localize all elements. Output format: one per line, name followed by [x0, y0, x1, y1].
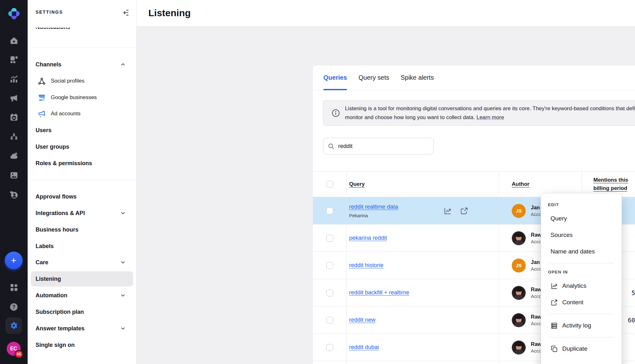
row-checkbox[interactable]: [326, 207, 333, 214]
app-rail: 30 + ? EC 65: [0, 0, 28, 364]
author-avatar: [512, 286, 526, 300]
menu-item-query[interactable]: Query: [541, 210, 622, 227]
sidebar-item-automation[interactable]: Automation: [31, 288, 133, 303]
author-avatar: JS: [512, 204, 526, 218]
column-header-author[interactable]: Author: [512, 181, 530, 187]
care-icon[interactable]: [0, 191, 28, 199]
home-icon[interactable]: [0, 37, 28, 45]
menu-item-analytics[interactable]: Analytics: [541, 278, 622, 294]
analytics-icon[interactable]: [0, 75, 28, 83]
publish-cloud-plus-icon[interactable]: [0, 152, 28, 160]
notification-count-badge: 65: [15, 350, 23, 358]
assets-image-icon[interactable]: [0, 171, 28, 179]
tabs-bar: Queries Query sets Spike alerts: [313, 65, 635, 90]
chevron-down-icon: [120, 259, 126, 266]
search-input[interactable]: [338, 143, 429, 150]
author-avatar: JS: [512, 259, 526, 273]
query-link[interactable]: pekarina reddit: [349, 235, 387, 241]
mentions-count: 6000: [628, 317, 635, 324]
open-in-analytics-icon[interactable]: [443, 207, 452, 215]
row-checkbox[interactable]: [326, 235, 333, 242]
sidebar-item-notifications-clipped[interactable]: Notifications: [36, 28, 125, 32]
divider: [549, 337, 614, 337]
open-content-icon: [551, 299, 558, 306]
chevron-up-icon: [120, 61, 126, 68]
megaphone-outline-icon: [37, 110, 46, 118]
divider: [30, 48, 136, 48]
divider: [549, 314, 614, 314]
page-header: Listening: [137, 0, 635, 27]
select-all-checkbox[interactable]: [326, 181, 333, 188]
query-subtitle: Pekarina: [349, 213, 398, 218]
chevron-down-icon: [120, 325, 126, 332]
campaigns-megaphone-icon[interactable]: [0, 94, 28, 102]
row-checkbox[interactable]: [326, 262, 333, 269]
community-users-icon[interactable]: [0, 132, 28, 141]
author-avatar: [512, 231, 526, 245]
menu-item-activity-log[interactable]: Activity log: [541, 317, 622, 334]
menu-item-name-and-dates[interactable]: Name and dates: [541, 243, 622, 260]
sidebar-item-integrations-api[interactable]: Integrations & API: [31, 206, 133, 221]
help-icon[interactable]: ?: [0, 303, 28, 311]
chevron-down-icon: [120, 210, 126, 216]
create-new-button[interactable]: +: [5, 252, 23, 269]
tab-spike-alerts[interactable]: Spike alerts: [401, 65, 434, 90]
info-banner: Listening is a tool for monitoring digit…: [323, 100, 635, 126]
svg-text:30: 30: [12, 117, 15, 119]
sidebar-item-ad-accounts[interactable]: Ad accounts: [31, 106, 133, 121]
row-checkbox[interactable]: [326, 344, 333, 351]
menu-item-sources[interactable]: Sources: [541, 227, 622, 243]
svg-text:?: ?: [12, 304, 16, 310]
sidebar-item-answer-templates[interactable]: Answer templates: [31, 321, 133, 336]
apps-grid-icon[interactable]: [0, 283, 28, 292]
duplicate-copy-icon: [551, 345, 558, 353]
sidebar-item-users[interactable]: Users: [31, 123, 133, 138]
menu-item-duplicate[interactable]: Duplicate: [541, 340, 622, 357]
search-icon: [328, 143, 334, 150]
sidebar-item-single-sign-on[interactable]: Single sign on: [31, 337, 133, 353]
row-checkbox[interactable]: [326, 289, 333, 296]
search-box: [323, 138, 434, 154]
emplifi-logo-icon[interactable]: [0, 7, 28, 20]
tab-query-sets[interactable]: Query sets: [358, 65, 389, 90]
column-header-query[interactable]: Query: [349, 181, 365, 187]
mentions-count: 501: [632, 289, 635, 296]
sidebar-item-listening[interactable]: Listening: [31, 271, 133, 286]
row-actions-context-menu: EDIT Query Sources Name and dates OPEN I…: [541, 193, 622, 364]
learn-more-link[interactable]: Learn more: [476, 114, 504, 120]
menu-section-edit: EDIT: [541, 199, 622, 210]
sidebar-item-google-businesses[interactable]: G Google businesses: [31, 90, 133, 105]
menu-item-content[interactable]: Content: [541, 294, 622, 311]
tab-queries[interactable]: Queries: [323, 65, 347, 90]
sidebar-item-approval-flows[interactable]: Approval flows: [31, 189, 133, 204]
sidebar-item-business-hours[interactable]: Business hours: [31, 222, 133, 237]
dashboard-icon[interactable]: [0, 56, 28, 64]
info-icon: [332, 109, 340, 117]
settings-gear-icon[interactable]: [5, 317, 22, 334]
sidebar-item-care[interactable]: Care: [31, 255, 133, 270]
query-link[interactable]: reddit backfill + realtime: [349, 289, 409, 296]
chevron-down-icon: [120, 292, 126, 299]
sidebar-item-social-profiles[interactable]: Social profiles: [31, 73, 133, 89]
analytics-chart-icon: [551, 282, 558, 290]
sidebar-item-user-groups[interactable]: User groups: [31, 139, 133, 154]
column-header-mentions[interactable]: Mentions this billing period: [593, 176, 631, 192]
author-avatar: [512, 313, 526, 327]
open-in-content-icon[interactable]: [460, 207, 468, 215]
sidebar-item-labels[interactable]: Labels: [31, 239, 133, 254]
sidebar-item-subscription-plan[interactable]: Subscription plan: [31, 304, 133, 320]
collapse-sidebar-icon[interactable]: [121, 8, 130, 17]
calendar-icon[interactable]: 30: [0, 113, 28, 121]
activity-log-icon: [551, 322, 558, 329]
query-link[interactable]: reddit historie: [349, 262, 383, 269]
author-avatar: [512, 340, 526, 354]
menu-section-open-in: OPEN IN: [541, 266, 622, 278]
network-icon: [37, 77, 46, 85]
divider: [30, 180, 136, 180]
sidebar-item-roles-permissions[interactable]: Roles & permissions: [31, 156, 133, 171]
sidebar-section-channels[interactable]: Channels: [31, 57, 133, 72]
query-link[interactable]: reddit realtime data: [349, 204, 398, 210]
row-checkbox[interactable]: [326, 317, 333, 324]
query-link[interactable]: reddit dubai: [349, 344, 379, 351]
query-link[interactable]: reddit new: [349, 317, 375, 323]
